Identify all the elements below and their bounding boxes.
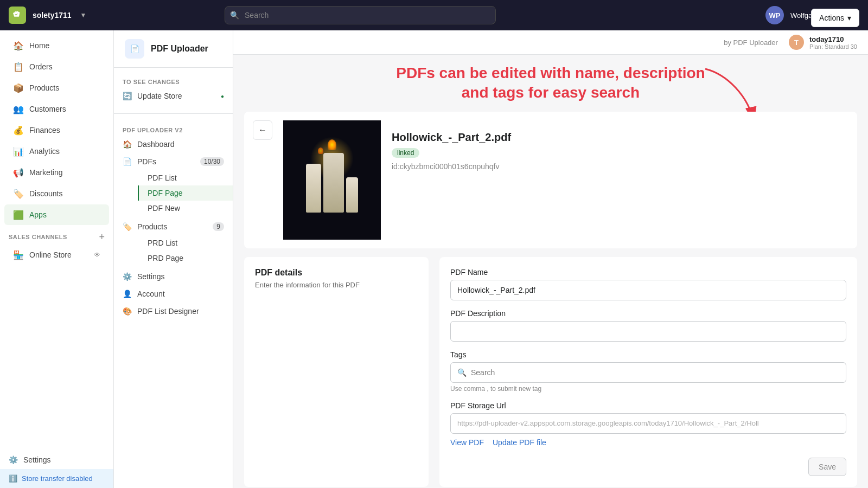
- candles-group: [306, 153, 358, 213]
- pdf-bottom-section: PDF details Enter the information for th…: [244, 257, 857, 487]
- search-bar: 🔍: [225, 6, 496, 24]
- pdfs-icon: 📄: [123, 157, 132, 166]
- pdf-new-item[interactable]: PDF New: [138, 201, 233, 216]
- sidebar-item-analytics[interactable]: 📊 Analytics: [4, 141, 109, 162]
- sidebar-label-customers: Customers: [29, 105, 66, 113]
- back-button[interactable]: ←: [253, 120, 272, 140]
- prd-list-item[interactable]: PRD List: [138, 235, 233, 251]
- pdf-info-section: Hollowick_-_Part_2.pdf linked id:ckybzbm…: [392, 120, 848, 186]
- sidebar-item-finances[interactable]: 💰 Finances: [4, 120, 109, 140]
- pdf-list-label: PDF List: [148, 174, 177, 182]
- update-store-item[interactable]: 🔄 Update Store ●: [114, 87, 233, 105]
- form-group-name: PDF Name: [450, 268, 846, 300]
- pdf-uploader-v2-label: PDF UPLOADER V2: [114, 123, 233, 136]
- app-sidebar-pdfs[interactable]: 📄 PDFs 10/30: [114, 153, 233, 170]
- avatar: WP: [765, 6, 784, 24]
- products-submenu: PRD List PRD Page: [114, 235, 233, 268]
- sidebar-label-products: Products: [29, 84, 59, 92]
- pdf-name-input[interactable]: [450, 280, 846, 300]
- online-store-eye-icon[interactable]: 👁: [94, 251, 100, 259]
- form-group-storage-url: PDF Storage Url View PDF Update PDF file: [450, 401, 846, 447]
- home-icon: 🏠: [13, 40, 24, 51]
- sidebar-item-apps[interactable]: 🟩 Apps: [4, 204, 109, 225]
- sidebar-label-marketing: Marketing: [29, 168, 62, 177]
- app-account-icon: 👤: [123, 290, 132, 298]
- tags-search-icon: 🔍: [457, 368, 467, 377]
- prd-page-label: PRD Page: [148, 254, 183, 262]
- save-button[interactable]: Save: [808, 458, 846, 476]
- pdf-details-subtitle: Enter the information for this PDF: [255, 281, 418, 289]
- dashboard-label: Dashboard: [137, 140, 175, 149]
- update-store-label: Update Store: [137, 92, 182, 100]
- app-settings-icon: ⚙️: [123, 272, 132, 281]
- app-sidebar: 📄 PDF Uploader TO SEE CHANGES 🔄 Update S…: [114, 30, 233, 488]
- store-dropdown-arrow[interactable]: ▼: [80, 11, 87, 19]
- shopify-logo: [9, 7, 26, 24]
- annotation-banner: PDFs can be edited with name, descriptio…: [233, 55, 868, 107]
- update-pdf-link[interactable]: Update PDF file: [493, 438, 546, 447]
- search-input[interactable]: [225, 6, 496, 24]
- add-sales-channel-button[interactable]: +: [99, 232, 105, 242]
- user-plan-section: T today1710 Plan: Standard 30: [789, 35, 857, 50]
- tags-hint: Use comma , to submit new tag: [450, 385, 846, 393]
- tags-input-wrapper[interactable]: 🔍: [450, 362, 846, 383]
- storage-url-label: PDF Storage Url: [450, 401, 846, 410]
- form-group-tags: Tags 🔍 Use comma , to submit new tag: [450, 350, 846, 393]
- finances-icon: 💰: [13, 125, 24, 136]
- annotation-text: PDFs can be edited with name, descriptio…: [396, 63, 705, 103]
- view-pdf-link[interactable]: View PDF: [450, 438, 484, 447]
- sidebar-label-finances: Finances: [29, 126, 60, 134]
- pdfs-badge: 10/30: [200, 157, 224, 166]
- sidebar-item-marketing[interactable]: 📢 Marketing: [4, 162, 109, 183]
- update-store-icon: 🔄: [123, 92, 132, 100]
- sidebar-nav: 🏠 Home 📋 Orders 📦 Products 👥 Customers 💰: [0, 30, 113, 270]
- sales-channels-label: SALES CHANNELS +: [0, 226, 113, 244]
- sidebar-item-online-store[interactable]: 🏪 Online Store 👁: [4, 245, 109, 265]
- customers-icon: 👥: [13, 104, 24, 114]
- sidebar-item-home[interactable]: 🏠 Home: [4, 35, 109, 56]
- app-products-icon: 🏷️: [123, 222, 132, 231]
- sidebar-item-customers[interactable]: 👥 Customers: [4, 99, 109, 119]
- sidebar-label-settings: Settings: [23, 455, 51, 464]
- app-sidebar-settings[interactable]: ⚙️ Settings: [114, 268, 233, 285]
- pdf-id: id:ckybzbmci000h01s6cnpuhqfv: [392, 162, 838, 171]
- discounts-icon: 🏷️: [13, 188, 24, 199]
- to-see-changes-label: TO SEE CHANGES: [114, 74, 233, 87]
- apps-icon: 🟩: [13, 209, 24, 220]
- pdf-thumbnail: [283, 120, 381, 240]
- search-icon: 🔍: [230, 11, 239, 20]
- app-products-label: Products: [137, 222, 167, 231]
- plan-user-name: today1710: [809, 35, 857, 43]
- app-account-label: Account: [137, 290, 165, 298]
- app-header-title: PDF Uploader: [151, 44, 208, 54]
- dashboard-icon: 🏠: [123, 140, 132, 149]
- app-header-icon: 📄: [125, 39, 144, 59]
- pdf-list-item[interactable]: PDF List: [138, 170, 233, 185]
- actions-row: Actions ▾: [233, 107, 868, 112]
- store-name: solety1711: [33, 11, 72, 20]
- app-sidebar-pdf-list-designer[interactable]: 🎨 PDF List Designer: [114, 303, 233, 320]
- app-header-by: by PDF Uploader: [724, 38, 778, 47]
- app-settings-label: Settings: [137, 272, 165, 281]
- app-sidebar-products[interactable]: 🏷️ Products 9: [114, 218, 233, 235]
- sidebar-label-online-store: Online Store: [29, 251, 72, 259]
- prd-page-item[interactable]: PRD Page: [138, 251, 233, 266]
- sidebar-label-analytics: Analytics: [29, 147, 60, 156]
- app-sidebar-account[interactable]: 👤 Account: [114, 285, 233, 303]
- sidebar-item-discounts[interactable]: 🏷️ Discounts: [4, 183, 109, 204]
- app-sidebar-dashboard[interactable]: 🏠 Dashboard: [114, 136, 233, 153]
- sidebar-item-settings[interactable]: ⚙️ Settings: [0, 451, 113, 469]
- pdf-name-label: PDF Name: [450, 268, 846, 277]
- storage-url-input[interactable]: [450, 413, 846, 434]
- tags-label: Tags: [450, 350, 846, 359]
- pdf-form-panel: PDF Name PDF Description Tags 🔍: [439, 257, 857, 487]
- sidebar-item-products[interactable]: 📦 Products: [4, 78, 109, 98]
- plan-avatar: T: [789, 35, 804, 50]
- sidebar-item-orders[interactable]: 📋 Orders: [4, 56, 109, 77]
- pdf-page-label: PDF Page: [148, 189, 183, 197]
- user-plan-info: today1710 Plan: Standard 30: [809, 35, 857, 50]
- tags-search-input[interactable]: [471, 368, 839, 377]
- pdf-description-input[interactable]: [450, 321, 846, 342]
- pdf-page-item[interactable]: PDF Page: [138, 185, 233, 201]
- plan-label: Plan: Standard 30: [809, 43, 857, 50]
